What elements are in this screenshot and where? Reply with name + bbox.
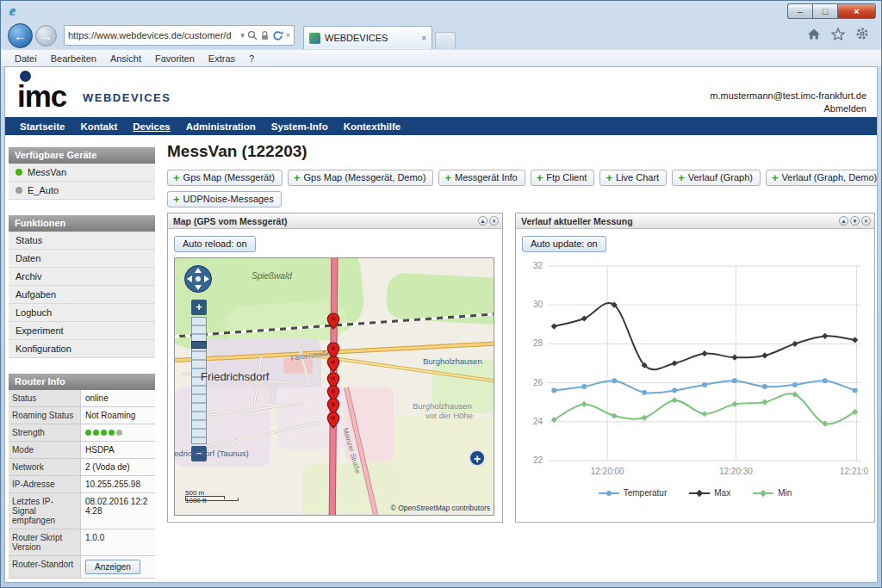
- section-header-functions: Funktionen: [9, 215, 155, 232]
- forward-button[interactable]: →: [35, 25, 57, 46]
- stop-icon[interactable]: ×: [286, 31, 290, 40]
- new-tab-button[interactable]: [435, 32, 456, 49]
- router-row-value: 1.0.0: [81, 529, 155, 555]
- refresh-icon[interactable]: [272, 30, 283, 41]
- panel-collapse-icon[interactable]: ▴: [839, 216, 848, 226]
- panel-close-icon[interactable]: ×: [861, 216, 871, 226]
- action-button-4[interactable]: +Live Chart: [599, 170, 667, 186]
- router-row: Roaming StatusNot Roaming: [9, 407, 155, 424]
- sidebar-item-archiv[interactable]: Archiv: [9, 268, 155, 286]
- legend-marker-icon: [599, 489, 619, 497]
- auto-update-button[interactable]: Auto update: on: [522, 236, 606, 252]
- sidebar-item-experiment[interactable]: Experiment: [9, 322, 155, 340]
- nav-item-system-info[interactable]: System-Info: [264, 121, 336, 132]
- nav-item-kontakt[interactable]: Kontakt: [72, 121, 125, 132]
- signal-strength-dot: [85, 430, 91, 436]
- home-icon[interactable]: [807, 28, 821, 44]
- router-row-label: Strength: [9, 424, 81, 441]
- router-row: Router Skript Version1.0.0: [9, 529, 155, 556]
- legend-item-min[interactable]: Min: [753, 488, 792, 498]
- nav-item-administration[interactable]: Administration: [178, 121, 264, 132]
- settings-gear-icon[interactable]: [855, 27, 869, 44]
- brand-name: WEBDEVICES: [83, 91, 171, 104]
- sidebar-device-messvan[interactable]: MessVan: [9, 164, 155, 182]
- browser-tab[interactable]: WEBDEVICES ×: [303, 26, 432, 49]
- anzeigen-button[interactable]: Anzeigen: [85, 560, 140, 574]
- action-button-label: Verlauf (Graph): [688, 172, 753, 183]
- action-button-row-2: +UDPNoise-Messages: [167, 191, 878, 207]
- panel-options-icon[interactable]: ▾: [850, 216, 860, 226]
- map-pan-control[interactable]: [183, 263, 214, 298]
- page-header: imc WEBDEVICES m.mustermann@test.imc-fra…: [5, 67, 877, 117]
- sidebar-item-logbuch[interactable]: Logbuch: [9, 304, 155, 322]
- action-button-6[interactable]: +Verlauf (Graph, Demo): [766, 170, 878, 186]
- menu-item-5[interactable]: ?: [242, 52, 261, 65]
- favorites-star-icon[interactable]: [831, 28, 845, 44]
- chart-panel: Verlauf aktueller Messung ▴ ▾ × Auto upd…: [515, 213, 875, 523]
- logout-link[interactable]: Abmelden: [710, 102, 866, 115]
- legend-marker: [606, 491, 612, 496]
- svg-text:12:21:00: 12:21:00: [840, 467, 868, 476]
- router-row-label: Status: [9, 390, 81, 406]
- device-label: E_Auto: [28, 185, 59, 195]
- gps-marker-icon[interactable]: [326, 356, 340, 373]
- action-button-5[interactable]: +Verlauf (Graph): [672, 170, 761, 186]
- sidebar-item-daten[interactable]: Daten: [9, 250, 155, 268]
- sidebar-item-aufgaben[interactable]: Aufgaben: [9, 286, 155, 304]
- router-row: Statusonline: [9, 390, 155, 407]
- gps-marker-icon[interactable]: [326, 313, 340, 330]
- measurement-chart: 12:20:0012:20:3012:21:00222426283032: [522, 257, 868, 485]
- section-header-devices: Verfügbare Geräte: [9, 147, 155, 164]
- gps-marker-icon[interactable]: [326, 412, 340, 429]
- back-button[interactable]: ←: [8, 23, 33, 48]
- address-bar[interactable]: https://www.webdevices.de/customer/d ▾ ×: [64, 25, 295, 46]
- map-label: Burgholzhausen: [423, 356, 482, 366]
- action-button-3[interactable]: +Ftp Client: [531, 170, 595, 186]
- maximize-button[interactable]: □: [812, 3, 837, 19]
- nav-item-startseite[interactable]: Startseite: [12, 121, 72, 132]
- toolbar-right-icons: [807, 27, 874, 44]
- action-button-7[interactable]: +UDPNoise-Messages: [167, 191, 282, 207]
- action-button-0[interactable]: +Gps Map (Messgerät): [167, 170, 283, 186]
- panel-collapse-icon[interactable]: ▴: [478, 216, 488, 226]
- menu-item-3[interactable]: Favoriten: [148, 52, 202, 65]
- map-canvas[interactable]: + − + 500 m 1000 ft: [174, 257, 494, 516]
- tab-close-icon[interactable]: ×: [421, 34, 426, 43]
- menu-item-2[interactable]: Ansicht: [103, 52, 148, 65]
- title-bar: e – □ ×: [1, 1, 881, 22]
- auto-reload-button[interactable]: Auto reload: on: [174, 236, 256, 252]
- search-icon[interactable]: [247, 30, 258, 40]
- close-button[interactable]: ×: [837, 3, 876, 19]
- security-lock-icon[interactable]: [260, 30, 270, 40]
- router-row-label: Network: [9, 459, 81, 475]
- zoom-in-button[interactable]: +: [191, 300, 207, 315]
- action-button-1[interactable]: +Gps Map (Messgerät, Demo): [288, 170, 433, 186]
- action-button-2[interactable]: +Messgerät Info: [438, 170, 525, 186]
- router-info-table: StatusonlineRoaming StatusNot RoamingStr…: [9, 390, 155, 579]
- main-navigation: StartseiteKontaktDevicesAdministrationSy…: [5, 117, 877, 135]
- browser-toolbar: ← → https://www.webdevices.de/customer/d…: [1, 22, 881, 49]
- legend-item-max[interactable]: Max: [689, 488, 730, 498]
- legend-item-temperatur[interactable]: Temperatur: [599, 488, 668, 498]
- router-row: IP-Adresse10.255.255.98: [9, 476, 155, 493]
- legend-label: Min: [778, 488, 792, 498]
- menu-item-4[interactable]: Extras: [202, 52, 242, 65]
- panel-close-icon[interactable]: ×: [489, 216, 499, 226]
- address-dropdown-icon[interactable]: ▾: [240, 31, 245, 40]
- add-plus-icon: +: [173, 172, 180, 183]
- sidebar-item-konfiguration[interactable]: Konfiguration: [9, 340, 155, 358]
- nav-item-kontexthilfe[interactable]: Kontexthilfe: [336, 121, 408, 132]
- signal-strength-dot: [116, 430, 122, 436]
- map-maximize-button[interactable]: +: [469, 449, 486, 467]
- user-email: m.mustermann@test.imc-frankfurt.de: [710, 90, 866, 102]
- minimize-button[interactable]: –: [787, 3, 812, 19]
- device-label: MessVan: [28, 167, 66, 177]
- sidebar-item-status[interactable]: Status: [9, 232, 155, 250]
- nav-item-devices[interactable]: Devices: [125, 121, 177, 132]
- svg-text:30: 30: [533, 300, 543, 309]
- menu-item-0[interactable]: Datei: [8, 52, 44, 65]
- menu-item-1[interactable]: Bearbeiten: [44, 52, 103, 65]
- sidebar-device-e_auto[interactable]: E_Auto: [9, 182, 155, 200]
- zoom-slider-handle[interactable]: [191, 341, 207, 349]
- address-url[interactable]: https://www.webdevices.de/customer/d: [68, 30, 238, 40]
